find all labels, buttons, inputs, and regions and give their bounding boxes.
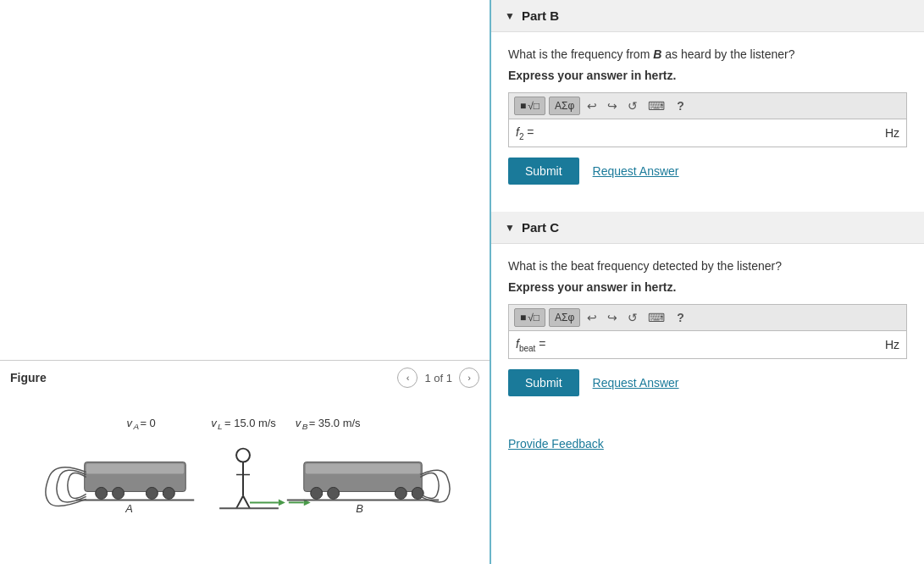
part-c-body: What is the beat frequency detected by t… bbox=[491, 244, 924, 423]
svg-rect-10 bbox=[86, 464, 185, 474]
svg-text:= 35.0 m/s: = 35.0 m/s bbox=[309, 417, 361, 429]
svg-point-27 bbox=[311, 487, 323, 499]
sqrt-icon-c: √□ bbox=[528, 312, 539, 323]
figure-bar: Figure ‹ 1 of 1 › bbox=[0, 360, 490, 395]
svg-line-21 bbox=[243, 495, 250, 508]
svg-text:v: v bbox=[296, 417, 302, 429]
part-b-undo-btn[interactable]: ↩ bbox=[584, 97, 600, 114]
part-c-question: What is the beat frequency detected by t… bbox=[508, 257, 907, 275]
svg-text:A: A bbox=[132, 422, 139, 431]
part-c-request-answer-button[interactable]: Request Answer bbox=[593, 376, 679, 390]
part-c-refresh-btn[interactable]: ↺ bbox=[624, 309, 641, 326]
part-c-redo-btn[interactable]: ↪ bbox=[604, 309, 621, 326]
part-c-answer-row: fbeat = Hz bbox=[508, 330, 907, 359]
figure-label: Figure bbox=[10, 371, 47, 384]
part-b-toolbar: ■ √□ AΣφ ↩ ↪ ↺ ⌨ ? bbox=[508, 92, 907, 119]
svg-point-29 bbox=[395, 487, 407, 499]
train-diagram: v A = 0 v L = 15.0 m/s v B = 35.0 m/s A bbox=[17, 409, 473, 545]
svg-point-14 bbox=[163, 487, 174, 499]
right-panel: ▼ Part B What is the frequency from B as… bbox=[491, 0, 924, 564]
svg-point-28 bbox=[328, 487, 340, 499]
figure-content: v A = 0 v L = 15.0 m/s v B = 35.0 m/s A bbox=[17, 409, 473, 547]
part-c-unit: Hz bbox=[885, 338, 899, 351]
part-b-section: ▼ Part B What is the frequency from B as… bbox=[491, 0, 924, 212]
part-c-title: Part C bbox=[522, 220, 559, 235]
part-b-keyboard-btn[interactable]: ⌨ bbox=[645, 97, 668, 114]
part-c-actions: Submit Request Answer bbox=[508, 369, 907, 396]
next-figure-button[interactable]: › bbox=[459, 368, 479, 388]
left-panel: Figure ‹ 1 of 1 › v A = 0 v L = 15.0 m/s… bbox=[0, 0, 491, 564]
part-b-matrix-btn[interactable]: ■ √□ bbox=[514, 97, 545, 115]
prev-figure-button[interactable]: ‹ bbox=[397, 368, 418, 388]
figure-nav: ‹ 1 of 1 › bbox=[397, 368, 479, 388]
part-b-express: Express your answer in hertz. bbox=[508, 69, 907, 82]
part-b-greek-btn[interactable]: AΣφ bbox=[549, 97, 580, 115]
part-b-header: ▼ Part B bbox=[491, 0, 924, 32]
part-b-title: Part B bbox=[522, 8, 559, 23]
svg-point-18 bbox=[236, 449, 250, 462]
svg-text:= 0: = 0 bbox=[140, 417, 155, 429]
svg-point-12 bbox=[113, 487, 124, 499]
svg-marker-23 bbox=[279, 499, 285, 506]
svg-text:A: A bbox=[124, 502, 133, 515]
part-b-actions: Submit Request Answer bbox=[508, 158, 907, 185]
svg-point-13 bbox=[146, 487, 158, 499]
part-c-toolbar: ■ √□ AΣφ ↩ ↪ ↺ ⌨ ? bbox=[508, 304, 907, 330]
provide-feedback-link[interactable]: Provide Feedback bbox=[491, 423, 924, 464]
part-b-input-label: f2 = bbox=[516, 125, 558, 141]
part-b-request-answer-button[interactable]: Request Answer bbox=[593, 164, 679, 178]
matrix-icon: ■ bbox=[520, 100, 526, 112]
part-c-collapse-icon[interactable]: ▼ bbox=[505, 222, 515, 234]
svg-text:v: v bbox=[211, 417, 218, 429]
part-c-greek-btn[interactable]: AΣφ bbox=[549, 308, 580, 327]
part-c-section: ▼ Part C What is the beat frequency dete… bbox=[491, 212, 924, 423]
svg-text:B: B bbox=[356, 502, 363, 515]
part-b-refresh-btn[interactable]: ↺ bbox=[624, 97, 641, 114]
svg-text:v: v bbox=[127, 417, 134, 429]
sqrt-icon: √□ bbox=[528, 100, 539, 112]
part-b-redo-btn[interactable]: ↪ bbox=[604, 97, 621, 114]
part-c-express: Express your answer in hertz. bbox=[508, 280, 907, 294]
part-c-undo-btn[interactable]: ↩ bbox=[584, 309, 600, 326]
part-b-collapse-icon[interactable]: ▼ bbox=[505, 10, 515, 22]
part-b-question: What is the frequency from B as heard by… bbox=[508, 46, 907, 64]
greek-label-c: AΣφ bbox=[555, 312, 574, 323]
svg-text:= 15.0 m/s: = 15.0 m/s bbox=[224, 417, 276, 429]
svg-text:B: B bbox=[302, 422, 308, 431]
part-c-submit-button[interactable]: Submit bbox=[508, 369, 579, 396]
part-c-keyboard-btn[interactable]: ⌨ bbox=[645, 309, 668, 326]
part-c-answer-input[interactable] bbox=[565, 335, 878, 355]
part-c-help-btn[interactable]: ? bbox=[672, 309, 689, 326]
greek-label: AΣφ bbox=[555, 100, 574, 112]
part-b-body: What is the frequency from B as heard by… bbox=[491, 32, 924, 212]
part-b-unit: Hz bbox=[885, 126, 899, 140]
svg-point-11 bbox=[96, 487, 108, 499]
part-b-answer-row: f2 = Hz bbox=[508, 119, 907, 147]
page-info: 1 of 1 bbox=[424, 372, 452, 384]
part-c-header: ▼ Part C bbox=[491, 212, 924, 244]
svg-rect-26 bbox=[306, 464, 420, 474]
matrix-icon-c: ■ bbox=[520, 312, 526, 323]
part-c-matrix-btn[interactable]: ■ √□ bbox=[514, 308, 545, 327]
part-b-submit-button[interactable]: Submit bbox=[508, 158, 579, 185]
part-c-input-label: fbeat = bbox=[516, 337, 558, 353]
svg-text:L: L bbox=[218, 422, 223, 431]
part-b-answer-input[interactable] bbox=[565, 123, 878, 143]
svg-line-20 bbox=[236, 495, 243, 508]
part-b-help-btn[interactable]: ? bbox=[672, 97, 689, 114]
